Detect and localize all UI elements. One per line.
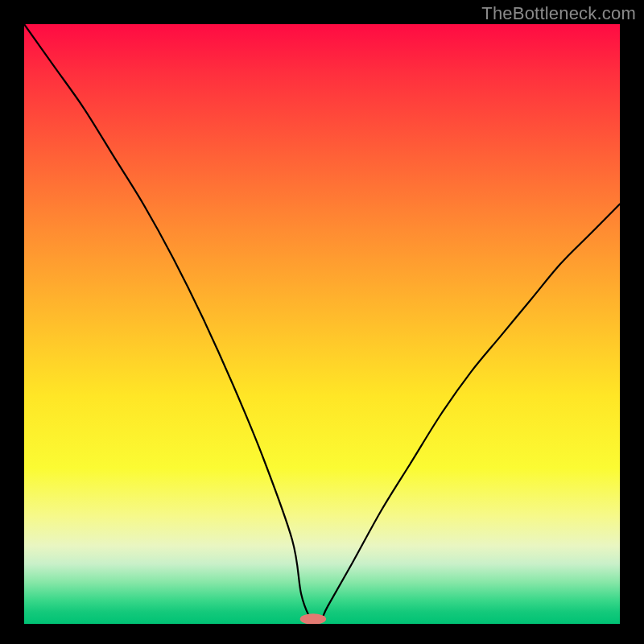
minimum-marker bbox=[300, 613, 327, 624]
watermark-label: TheBottleneck.com bbox=[481, 3, 636, 24]
bottleneck-curve bbox=[24, 24, 620, 621]
chart-frame: TheBottleneck.com bbox=[0, 0, 644, 644]
plot-svg bbox=[24, 24, 620, 624]
plot-area bbox=[24, 24, 620, 624]
